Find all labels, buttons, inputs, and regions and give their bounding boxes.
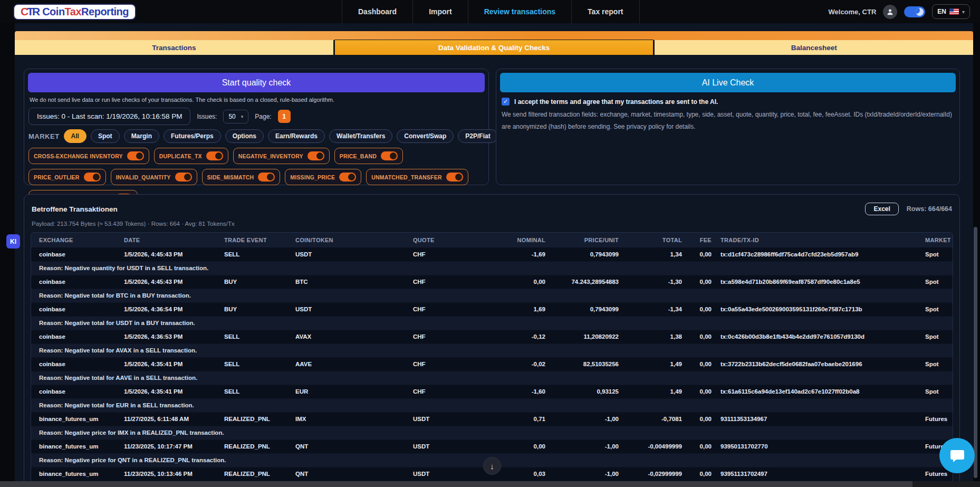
cell-tx-id: tx:61a6115c6a94de13ef140ad2c67e1027ff02b… (713, 385, 917, 398)
cell-total: -0,7081 (620, 412, 683, 426)
cell-quote: CHF (405, 357, 500, 371)
chevron-down-icon: ▾ (962, 9, 965, 15)
cell-fee: 0,00 (683, 412, 713, 426)
toggle-switch[interactable] (446, 173, 463, 182)
page-number-button[interactable]: 1 (278, 110, 291, 123)
tab-transactions[interactable]: Transactions (15, 40, 333, 55)
cell-nominal: -0,12 (500, 330, 546, 343)
check-chip-negative-inventory[interactable]: NEGATIVE_INVENTORY (233, 148, 330, 164)
check-chip-price-band[interactable]: PRICE_BAND (334, 148, 403, 164)
excel-export-button[interactable]: Excel (865, 203, 898, 215)
avatar[interactable] (883, 5, 897, 19)
cell-market: Spot (917, 275, 953, 289)
table-row[interactable]: coinbase1/5/2026, 4:36:53 PMSELLAVAXCHF-… (31, 330, 953, 343)
table-row[interactable]: coinbase1/5/2026, 4:36:54 PMBUYUSDTCHF1,… (31, 302, 953, 316)
table-row[interactable]: coinbase1/5/2026, 4:45:43 PMBUYBTCCHF0,0… (31, 275, 953, 289)
tab-data-validation-quality-checks[interactable]: Data Validation & Quality Checks (335, 40, 654, 55)
cell-tx-id: 93111353134967 (713, 412, 917, 426)
start-quality-check-button[interactable]: Start quality check (28, 73, 485, 92)
check-chip-missing-price[interactable]: MISSING_PRICE (285, 169, 361, 185)
reason-row: Reason: Negative total for BTC in a BUY … (31, 289, 953, 302)
cell-nominal: 0,03 (500, 467, 546, 481)
market-chip-wallet-transfers[interactable]: Wallet/Transfers (329, 129, 392, 143)
table-row[interactable]: coinbase1/5/2026, 4:35:41 PMSELLAAVECHF-… (31, 357, 953, 371)
market-chip-spot[interactable]: Spot (91, 129, 120, 143)
market-chip-options[interactable]: Options (225, 129, 264, 143)
cell-market: Futures (917, 412, 953, 426)
table-body: coinbase1/5/2026, 4:45:43 PMSELLUSDTCHF-… (31, 247, 953, 487)
toggle-switch[interactable] (206, 151, 223, 160)
check-label: CROSS-EXCHANGE INVENTORY (34, 153, 123, 159)
cell-trade-event: REALIZED_PNL (216, 440, 287, 453)
vertical-scrollbar[interactable] (974, 227, 977, 478)
cell-date: 1/5/2026, 4:35:41 PM (116, 357, 216, 371)
issues-page-size-select[interactable]: 50 ▾ (223, 110, 248, 123)
check-chip-duplicate-tx[interactable]: DUPLICATE_TX (154, 148, 228, 164)
market-chip-earn-rewards[interactable]: Earn/Rewards (268, 129, 325, 143)
cell-price-unit: -1,00 (546, 440, 620, 453)
row-reason-text: Reason: Negative total for EUR in a SELL… (31, 398, 953, 412)
cell-coin: QNT (287, 467, 405, 481)
cell-trade-event: REALIZED_PNL (216, 467, 287, 481)
toggle-switch[interactable] (84, 173, 101, 182)
toggle-switch[interactable] (339, 173, 356, 182)
toggle-switch[interactable] (308, 151, 324, 160)
market-chip-futures-perps[interactable]: Futures/Perps (164, 129, 221, 143)
toggle-switch[interactable] (258, 173, 275, 182)
market-chip-all[interactable]: All (64, 129, 87, 143)
horizontal-scrollbar-track[interactable] (0, 481, 980, 487)
toggle-switch[interactable] (127, 151, 144, 160)
cell-trade-event: SELL (216, 247, 287, 261)
ki-badge[interactable]: KI (6, 234, 20, 249)
check-chip-side-mismatch[interactable]: SIDE_MISMATCH (202, 169, 281, 185)
market-chip-p2p-fiat[interactable]: P2P/Fiat (458, 129, 497, 143)
check-chip-invalid-quantity[interactable]: INVALID_QUANTITY (111, 169, 197, 185)
cell-price-unit: -1,00 (546, 467, 620, 481)
row-reason-text: Reason: Negative quantity for USDT in a … (31, 261, 953, 275)
toggle-switch[interactable] (381, 151, 398, 160)
check-chip-unmatched-transfer[interactable]: UNMATCHED_TRANSFER (366, 169, 468, 185)
cell-fee: 0,00 (683, 467, 713, 481)
nav-item-tax-report[interactable]: Tax report (571, 0, 639, 23)
table-row[interactable]: binance_futures_um11/23/2025, 10:17:47 P… (31, 440, 953, 453)
consent-text: I accept the terms and agree that my tra… (514, 98, 718, 106)
toggle-switch[interactable] (175, 173, 192, 182)
app-logo[interactable]: CTR CoinTaxReporting (13, 4, 136, 20)
column-header-market: MARKET (917, 233, 953, 247)
cell-exchange: coinbase (31, 357, 116, 371)
language-selector[interactable]: EN ▾ (932, 4, 970, 19)
scroll-down-button[interactable]: ↓ (483, 457, 501, 475)
moon-icon (916, 8, 924, 16)
cell-exchange: coinbase (31, 247, 116, 261)
cell-exchange: binance_futures_um (31, 440, 116, 453)
market-chip-convert-swap[interactable]: Convert/Swap (397, 129, 454, 143)
tab-accent-strip (15, 31, 973, 40)
nav-item-dashboard[interactable]: Dashboard (342, 0, 412, 23)
nav-item-review-transactions[interactable]: Review transactions (468, 0, 571, 23)
table-row[interactable]: coinbase1/5/2026, 4:35:41 PMSELLEURCHF-1… (31, 385, 953, 398)
check-chip-cross-exchange-inventory[interactable]: CROSS-EXCHANGE INVENTORY (28, 148, 149, 164)
cell-coin: QNT (287, 440, 405, 453)
cell-date: 1/5/2026, 4:35:41 PM (116, 385, 216, 398)
tab-balancesheet[interactable]: Balancesheet (655, 40, 973, 55)
nav-item-import[interactable]: Import (412, 0, 468, 23)
table-row[interactable]: coinbase1/5/2026, 4:45:43 PMSELLUSDTCHF-… (31, 247, 953, 261)
market-chip-margin[interactable]: Margin (124, 129, 159, 143)
ai-live-check-button[interactable]: AI Live Check (500, 73, 956, 92)
cell-trade-event: SELL (216, 330, 287, 343)
cell-coin: AAVE (287, 357, 405, 371)
cell-tx-id: 93950131702770 (713, 440, 917, 453)
chat-widget-button[interactable] (939, 438, 975, 473)
check-chip-price-outlier[interactable]: PRICE_OUTLIER (28, 169, 106, 185)
dark-mode-toggle[interactable] (904, 6, 925, 17)
cell-price-unit: 0,7943099 (546, 302, 620, 316)
table-row[interactable]: binance_futures_um11/27/2025, 6:11:48 AM… (31, 412, 953, 426)
horizontal-scrollbar-thumb[interactable] (0, 481, 912, 487)
cell-date: 1/5/2026, 4:36:54 PM (116, 302, 216, 316)
welcome-text: Welcome, CTR (829, 8, 877, 16)
reason-row: Reason: Negative total for EUR in a SELL… (31, 398, 953, 412)
consent-checkbox[interactable]: ✓ (502, 98, 510, 106)
cell-tx-id: tx:0c426b00d3b8e1fb434b4e2dd97e761057d91… (713, 330, 917, 343)
cell-date: 11/23/2025, 10:17:47 PM (116, 440, 216, 453)
user-icon (886, 8, 894, 16)
